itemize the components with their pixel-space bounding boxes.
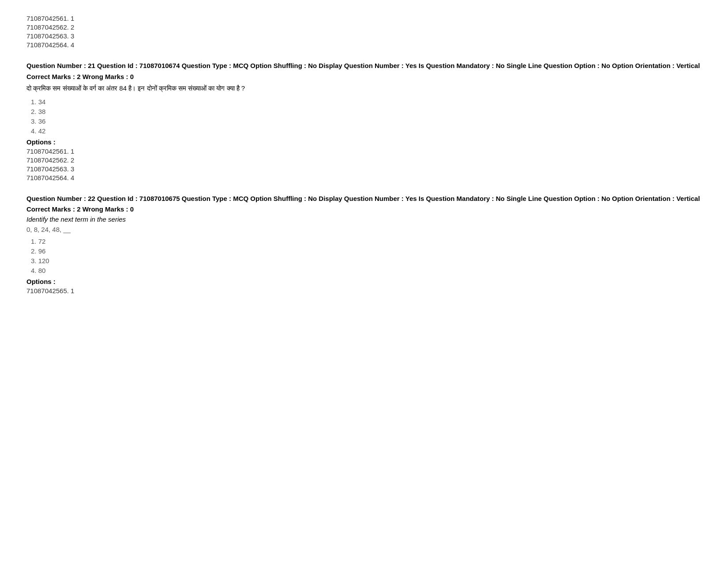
q21-option-2: 2. 38: [31, 108, 702, 115]
top-option-id-3: 71087042563. 3: [26, 32, 702, 40]
q21-option-id-4: 71087042564. 4: [26, 174, 702, 181]
question-21-marks: Correct Marks : 2 Wrong Marks : 0: [26, 73, 702, 80]
question-22-text: Identify the next term in the series: [26, 215, 702, 223]
q21-options-label: Options :: [26, 138, 702, 146]
q22-option-4: 4. 80: [31, 267, 702, 274]
q21-option-id-3: 71087042563. 3: [26, 165, 702, 173]
q22-option-2: 2. 96: [31, 247, 702, 255]
q22-options-label: Options :: [26, 278, 702, 285]
q21-option-id-2: 71087042562. 2: [26, 156, 702, 164]
top-option-id-2: 71087042562. 2: [26, 23, 702, 31]
q21-option-id-1: 71087042561. 1: [26, 147, 702, 155]
question-22-marks: Correct Marks : 2 Wrong Marks : 0: [26, 205, 702, 213]
q21-option-3: 3. 36: [31, 117, 702, 125]
question-21-text: दो क्रमिक सम संख्याओं के वर्ग का अंतर 84…: [26, 83, 702, 94]
q22-option-id-1: 71087042565. 1: [26, 287, 702, 295]
question-22-series: 0, 8, 24, 48, __: [26, 226, 702, 233]
question-21-block: Question Number : 21 Question Id : 71087…: [26, 61, 702, 181]
q21-option-1: 1. 34: [31, 98, 702, 106]
q22-option-1: 1. 72: [31, 238, 702, 245]
question-22-meta: Question Number : 22 Question Id : 71087…: [26, 194, 702, 204]
top-option-ids: 71087042561. 1 71087042562. 2 7108704256…: [26, 15, 702, 49]
q22-option-3: 3. 120: [31, 257, 702, 264]
question-21-meta: Question Number : 21 Question Id : 71087…: [26, 61, 702, 71]
top-option-id-4: 71087042564. 4: [26, 41, 702, 49]
top-option-id-1: 71087042561. 1: [26, 15, 702, 22]
q21-option-4: 4. 42: [31, 127, 702, 135]
question-22-block: Question Number : 22 Question Id : 71087…: [26, 194, 702, 295]
